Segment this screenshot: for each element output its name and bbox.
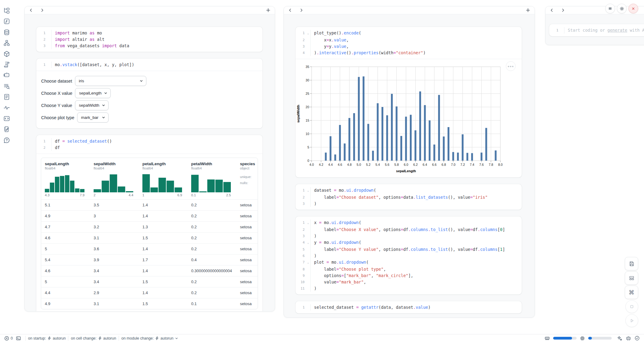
cell-editor[interactable]: 1df = selected_dataset()2df [36,135,263,154]
rail-scripts-button[interactable] [3,61,10,68]
fold-indicator[interactable] [306,253,311,259]
table-row[interactable]: 5.43.91.70.4setosa [41,254,258,265]
runtime-config-item[interactable]: on cell change:autorun [71,336,116,340]
dropdown-select-x-value[interactable]: sepalLength [75,88,111,98]
rail-snippets-button[interactable] [3,115,10,122]
copilot-button[interactable] [626,336,631,341]
fold-indicator[interactable] [306,37,311,43]
fold-indicator[interactable]: ⌄ [306,30,311,37]
cell-editor[interactable]: 1⌄x = mo.ui.dropdown(2 label="Choose X v… [295,216,522,294]
table-row[interactable]: 5.13.51.40.2setosa [41,199,258,210]
chart-options-button[interactable]: ●●● [506,61,516,71]
table-row[interactable]: 4.63.41.40.30000000000000004setosa [41,265,258,276]
rail-dependency-graph-button[interactable] [3,40,10,46]
panel-back-button[interactable] [288,8,292,12]
editor-placeholder[interactable]: Start coding or generate with AI [568,27,644,34]
table-row[interactable]: 4.931.40.2setosa [41,210,258,221]
fold-indicator[interactable] [306,266,311,273]
generate-with-ai-link[interactable]: generate [607,28,627,33]
table-column-header[interactable]: sepalWidthfloat6424.4 [90,162,139,197]
panel-forward-button[interactable] [40,8,44,12]
cell-editor[interactable]: 1selected_dataset = getattr(data, datase… [295,301,522,313]
table-row[interactable]: 4.73.21.30.2setosa [41,221,258,232]
code-token: "mark_bar" [346,273,371,278]
column-name: petalLength [142,162,188,166]
code-token: value [334,37,346,42]
fold-indicator[interactable]: ⌄ [306,239,311,246]
fold-indicator[interactable] [306,233,311,239]
fold-indicator[interactable] [47,43,52,49]
errors-indicator[interactable]: 0 [4,336,13,341]
fold-indicator[interactable] [47,62,52,68]
fold-indicator[interactable]: ⌄ [306,219,311,226]
rail-packages-button[interactable] [3,51,10,57]
dataframe-table: sepalLengthfloat644.37.9sepalWidthfloat6… [41,158,258,309]
add-cell-button[interactable] [526,8,530,12]
fold-indicator[interactable] [306,194,311,201]
fold-indicator[interactable] [306,285,311,292]
fold-indicator[interactable] [306,304,311,311]
fold-indicator[interactable] [47,30,52,36]
fold-indicator[interactable]: ⌄ [306,187,311,194]
rail-help-button[interactable] [3,137,10,144]
fold-indicator[interactable] [306,43,311,50]
bar-chart[interactable]: 4.04.24.44.64.85.05.25.45.65.86.06.26.46… [295,60,522,176]
table-cell: 0.4 [188,258,236,262]
fold-indicator[interactable] [47,138,52,144]
table-row[interactable]: 53.41.50.2setosa [41,276,258,287]
cell-editor[interactable]: 1⌄plot_type().encode(2 x=x.value,3 y=y.v… [295,27,522,59]
panel-back-button[interactable] [550,8,554,12]
fold-indicator[interactable]: ⌄ [306,259,311,266]
table-column-header[interactable]: petalWidthfloat640.12.5 [188,162,236,197]
rail-datasources-button[interactable] [3,29,10,36]
rail-functions-button[interactable] [3,18,10,25]
new-cell-editor[interactable]: 1 Start coding or generate with AI [549,24,644,36]
cell-editor[interactable]: 1mo.vstack([dataset, x, y, plot]) [36,59,263,71]
menu-button[interactable] [605,4,615,13]
layout-button[interactable] [625,271,638,285]
run-button[interactable] [625,314,638,327]
table-column-header[interactable]: speciesobjectunique:nulls: [236,162,258,197]
cell-editor[interactable]: 1import marimo as mo2import altair as al… [36,27,263,52]
runtime-config-item[interactable]: on startup:autorun [28,336,66,340]
dropdown-select-y-value[interactable]: sepalWidth [75,100,109,110]
cell-editor[interactable]: 1⌄dataset = mo.ui.dropdown(2 label="Choo… [295,184,522,210]
rail-file-explorer-button[interactable] [3,7,10,14]
fold-indicator[interactable] [47,36,52,43]
panel-back-button[interactable] [29,8,33,12]
panel-forward-button[interactable] [561,8,565,12]
ai-assist-button[interactable] [617,336,622,341]
rail-documentation-button[interactable] [3,94,10,100]
save-button[interactable] [625,257,638,270]
code-token: . [478,227,480,232]
close-button[interactable]: ✕ [628,4,638,13]
fold-indicator[interactable] [306,279,311,285]
table-row[interactable]: 4.63.11.50.2setosa [41,232,258,243]
dropdown-select-dataset[interactable]: iris [75,76,146,86]
rail-tracing-button[interactable] [3,105,10,111]
runtime-config-item[interactable]: on module change:autorun [121,336,178,340]
add-cell-button[interactable] [266,8,270,12]
stop-button[interactable] [625,300,638,313]
table-column-header[interactable]: sepalLengthfloat644.37.9 [41,162,90,197]
fold-indicator[interactable] [306,201,311,207]
rail-logs-button[interactable] [3,83,10,90]
table-row[interactable]: 4.93.11.50.1setosa [41,298,258,309]
fold-indicator[interactable] [306,226,311,233]
code-line: 1⌄plot_type().encode( [295,30,522,37]
dropdown-select-plot-type[interactable]: mark_bar [77,112,109,123]
fold-indicator[interactable] [306,246,311,253]
table-row[interactable]: 4.42.91.40.2setosa [41,287,258,298]
keyboard-shortcuts-button[interactable]: ⌘ [625,286,638,299]
fold-indicator[interactable] [47,144,52,151]
table-column-header[interactable]: petalLengthfloat6416.9 [139,162,188,197]
connection-status-button[interactable] [635,336,640,341]
settings-button[interactable] [617,4,627,13]
fold-indicator[interactable] [306,50,311,56]
panel-forward-button[interactable] [299,8,303,12]
rail-scratchpad-button[interactable] [3,126,10,133]
fold-indicator[interactable] [306,273,311,279]
terminal-button[interactable] [16,336,21,341]
rail-chat-button[interactable] [3,72,10,79]
table-row[interactable]: 53.61.40.2setosa [41,243,258,254]
